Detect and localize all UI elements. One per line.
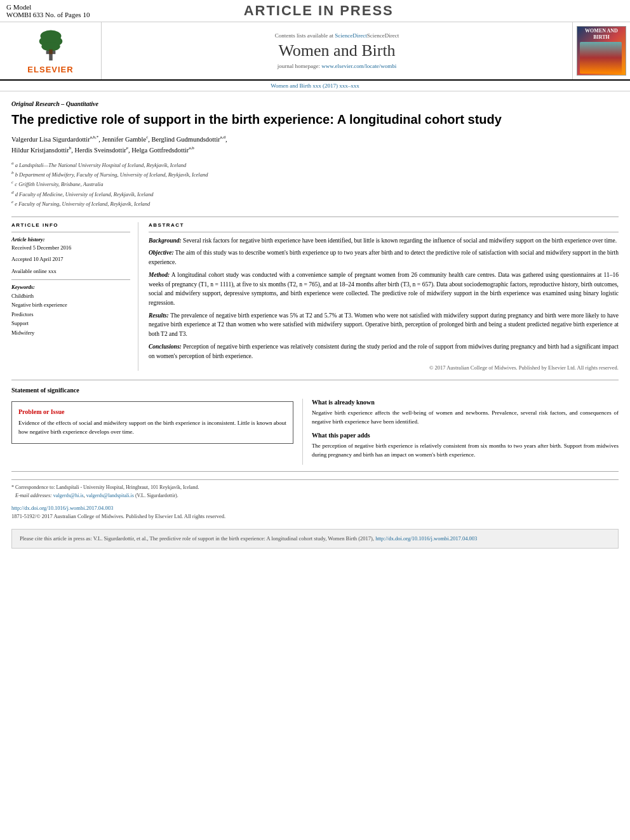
correspondence-text: * Correspondence to: Landspítali - Unive…	[11, 484, 619, 492]
article-category: Original Research – Quantitative	[11, 100, 619, 107]
top-banner: G Model WOMBI 633 No. of Pages 10 ARTICL…	[0, 0, 630, 22]
affiliations: a a Landspítali—The National University …	[11, 160, 619, 209]
adds-text: The perception of negative birth experie…	[312, 442, 619, 460]
keyword-4: Support	[11, 319, 130, 328]
abstract-conclusions: Conclusions: Perception of negative birt…	[149, 342, 619, 361]
homepage-url[interactable]: www.elsevier.com/locate/wombi	[321, 63, 396, 69]
citation-label: Please cite this article in press as:	[20, 535, 92, 542]
conclusions-label: Conclusions:	[149, 343, 182, 350]
journal-header: ELSEVIER Contents lists available at Sci…	[0, 22, 630, 81]
method-text: A longitudinal cohort study was conducte…	[149, 272, 619, 306]
available-text: Available online xxx	[11, 267, 130, 276]
g-model-label: G Model WOMBI 633 No. of Pages 10	[6, 3, 90, 18]
keyword-2: Negative birth experience	[11, 300, 130, 309]
problem-title: Problem or Issue	[18, 408, 286, 415]
doi-section: http://dx.doi.org/10.1016/j.wombi.2017.0…	[11, 504, 619, 521]
keywords-list: Childbirth Negative birth experience Pre…	[11, 291, 130, 337]
keywords-label: Keywords:	[11, 284, 130, 290]
background-label: Background:	[149, 237, 182, 244]
divider-1	[11, 217, 619, 217]
statement-section: Statement of significance Problem or Iss…	[11, 380, 619, 472]
footnotes: * Correspondence to: Landspítali - Unive…	[11, 479, 619, 500]
accepted-text: Accepted 10 April 2017	[11, 255, 130, 263]
sciencedirect-link[interactable]: ScienceDirect	[335, 32, 366, 39]
abstract-objective: Objective: The aim of this study was to …	[149, 248, 619, 267]
article-title: The predictive role of support in the bi…	[11, 111, 619, 128]
known-title: What is already known	[312, 399, 619, 406]
divider-2	[11, 232, 130, 232]
sub-header-cite: Women and Birth xxx (2017) xxx–xxx	[0, 81, 630, 91]
known-text: Negative birth experience affects the we…	[312, 409, 619, 427]
journal-center: Contents lists available at ScienceDirec…	[102, 22, 573, 79]
elsevier-tree-icon	[32, 27, 70, 62]
abstract-method: Method: A longitudinal cohort study was …	[149, 270, 619, 308]
abstract-header: ABSTRACT	[149, 222, 619, 228]
email-line: E-mail addresses: valgerds@hi.is, valger…	[11, 492, 619, 500]
svg-rect-5	[49, 50, 53, 54]
results-text: The prevalence of negative birth experie…	[149, 312, 619, 337]
conclusions-text: Perception of negative birth experience …	[149, 343, 619, 359]
keyword-5: Midwifery	[11, 328, 130, 337]
results-label: Results:	[149, 312, 169, 319]
divider-4	[149, 232, 619, 232]
problem-text: Evidence of the effects of social and mi…	[18, 419, 286, 437]
keyword-3: Predictors	[11, 310, 130, 319]
homepage-line: journal homepage: www.elsevier.com/locat…	[278, 63, 396, 69]
elsevier-name: ELSEVIER	[27, 65, 73, 74]
objective-label: Objective:	[149, 250, 174, 256]
abstract-column: ABSTRACT Background: Several risk factor…	[149, 222, 619, 371]
article-content: Original Research – Quantitative The pre…	[0, 91, 630, 555]
citation-text: V.L. Sigurdardottir, et al., The predict…	[93, 535, 374, 542]
citation-box: Please cite this article in press as: V.…	[11, 529, 619, 549]
history-label: Article history:	[11, 236, 130, 243]
copyright-line: © 2017 Australian College of Midwives. P…	[149, 364, 619, 371]
problem-box: Problem or Issue Evidence of the effects…	[11, 401, 293, 444]
statement-left: Problem or Issue Evidence of the effects…	[11, 399, 303, 465]
doi-link[interactable]: http://dx.doi.org/10.1016/j.wombi.2017.0…	[11, 505, 113, 511]
received-text: Received 5 December 2016	[11, 244, 130, 252]
divider-3	[11, 279, 130, 280]
elsevier-logo: ELSEVIER	[0, 22, 102, 79]
journal-cover: WOMEN AND BIRTH	[573, 22, 630, 79]
method-label: Method:	[149, 272, 170, 278]
statement-two-col: Problem or Issue Evidence of the effects…	[11, 399, 619, 465]
abstract-results: Results: The prevalence of negative birt…	[149, 311, 619, 339]
statement-right: What is already known Negative birth exp…	[303, 399, 619, 465]
abstract-background: Background: Several risk factors for neg…	[149, 236, 619, 246]
article-info-header: ARTICLE INFO	[11, 222, 130, 228]
cover-image: WOMEN AND BIRTH	[577, 26, 626, 76]
background-text: Several risk factors for negative birth …	[183, 237, 617, 244]
adds-title: What this paper adds	[312, 432, 619, 439]
email-link-1[interactable]: valgerds@hi.is	[53, 493, 84, 498]
article-in-press-label: ARTICLE IN PRESS	[244, 3, 394, 19]
citation-doi-link[interactable]: http://dx.doi.org/10.1016/j.wombi.2017.0…	[375, 535, 477, 542]
svg-rect-0	[49, 53, 53, 60]
journal-title: Women and Birth	[278, 41, 395, 60]
article-info-column: ARTICLE INFO Article history: Received 5…	[11, 222, 138, 371]
authors-line: Valgerdur Lisa Sigurdardottira,b,*, Jenn…	[11, 134, 619, 156]
contents-line: Contents lists available at ScienceDirec…	[275, 32, 399, 39]
statement-header: Statement of significance	[11, 387, 619, 394]
email-link-2[interactable]: valgerds@landspitali.is	[86, 493, 134, 498]
issn-text: 1871-5192/© 2017 Australian College of M…	[11, 513, 225, 519]
objective-text: The aim of this study was to describe wo…	[149, 250, 619, 265]
keyword-1: Childbirth	[11, 291, 130, 300]
two-column-section: ARTICLE INFO Article history: Received 5…	[11, 222, 619, 371]
